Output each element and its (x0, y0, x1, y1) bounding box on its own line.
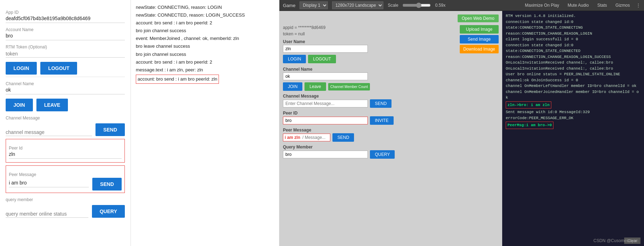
channel-message-input-wrap (6, 129, 92, 136)
console-peer-highlight: PeerMsg:i am bro->0 (506, 122, 553, 129)
game-channel-name-label: Channel Name (283, 67, 395, 72)
channel-message-label: Channel Message (6, 116, 125, 121)
left-panel: App ID deafd5cf067b4b3e8195a9b08c8d6469 … (0, 0, 131, 246)
game-logout-button[interactable]: LOGOUT (308, 55, 336, 63)
console-line-5: client login successfull id = 0 (506, 36, 640, 42)
stats-button[interactable]: Stats (595, 2, 609, 8)
send-image-button[interactable]: Send Image (460, 35, 499, 43)
log-line-5: event: MemberJoined , channel: ok, membe… (136, 35, 274, 42)
mute-audio-button[interactable]: Mute Audio (565, 2, 591, 8)
game-send-channel-button[interactable]: SEND (370, 99, 391, 108)
game-left-fields: appid = ********8d6469 token = null User… (283, 25, 395, 161)
game-view: Open Web Demo appid = ********8d6469 tok… (279, 11, 502, 246)
log-line-1: newState: CONNECTING, reason: LOGIN (136, 4, 274, 11)
login-logout-row: LOGIN LOGOUT (6, 62, 125, 75)
console-line-12: channel:ok OnJoinSuccess id = 0 (506, 77, 640, 83)
scale-value: 0.59x (435, 3, 445, 8)
console-line-8: reason:CONNECTION_CHANGE_REASON_LOGIN_SU… (506, 54, 640, 60)
leave-button[interactable]: LEAVE (36, 99, 68, 111)
game-peer-id-input[interactable] (283, 117, 368, 124)
game-channel-msg-label: Channel Message (283, 94, 395, 99)
console-line-1: RTM version 1.4.8 initialized. (506, 13, 640, 19)
console-zln-highlight: zln->bro: i am zln (506, 101, 551, 109)
game-channel-msg-input[interactable] (283, 100, 368, 107)
game-join-button[interactable]: JOIN (283, 82, 302, 91)
channel-name-label: Channel Name (6, 81, 125, 86)
game-channel-name-input[interactable] (283, 72, 368, 80)
game-peer-id-field: Peer ID INVITE (283, 111, 395, 125)
query-button[interactable]: QUERY (92, 205, 125, 218)
scale-label: Scale (388, 3, 398, 8)
scale-slider[interactable] (402, 2, 431, 8)
send-peer-button[interactable]: SEND (92, 178, 122, 191)
log-line-3: account: bro send : i am bro peerId: 2 (136, 19, 274, 27)
query-member-input[interactable] (6, 210, 88, 218)
game-login-row: LOGIN LOGOUT (283, 55, 395, 63)
game-query-button[interactable]: QUERY (370, 150, 395, 159)
console-line-14: channel OnMemberJoinedHandler member ID=… (506, 89, 640, 101)
game-peer-msg-field: Peer Message i am zln SEND (283, 128, 395, 142)
game-send-peer-button[interactable]: SEND (332, 133, 354, 142)
peer-msg-highlighted-text: i am zln (283, 134, 302, 141)
log-line-9: message.text : i am zln, peer: zln (136, 66, 274, 74)
maximize-on-play-button[interactable]: Maximize On Play (523, 2, 561, 8)
app-id-value: deafd5cf067b4b3e8195a9b08c8d6469 (6, 16, 125, 23)
user-name-input[interactable] (283, 45, 368, 53)
game-console: RTM version 1.4.8 initialized. connectio… (502, 11, 644, 246)
account-name-value: bro (6, 33, 125, 40)
game-join-row: JOIN Leave Channel Member Count (283, 82, 395, 91)
game-invite-button[interactable]: INVITE (370, 116, 394, 125)
display-select[interactable]: Display 1 (300, 1, 328, 9)
game-login-button[interactable]: LOGIN (283, 55, 306, 63)
join-leave-row: JOIN LEAVE (6, 99, 125, 111)
game-view-header: Open Web Demo (283, 14, 499, 22)
console-line-13: channel OnMemberLeftHandler member ID=br… (506, 83, 640, 89)
app-id-label: App ID (6, 10, 125, 15)
console-line-3: state:CONNECTION_STATE_CONNECTING (506, 25, 640, 31)
resolution-select[interactable]: 1280x720 Landscape (332, 1, 383, 9)
console-line-2: connection state changed id:0 (506, 19, 640, 25)
peer-message-label: Peer Message (9, 172, 122, 177)
game-content: Open Web Demo appid = ********8d6469 tok… (279, 11, 644, 246)
game-channel-name-field: Channel Name (283, 67, 395, 80)
query-member-label: query member (6, 197, 125, 202)
console-line-11: User bro online status = PEER_ONLINE_STA… (506, 71, 640, 77)
right-game-panel: Game Display 1 1280x720 Landscape Scale … (279, 0, 644, 246)
game-channel-member-button[interactable]: Channel Member Count (328, 83, 370, 90)
rtm-token-input[interactable] (6, 50, 125, 58)
image-buttons-col: Upload Image Send Image Download Image (460, 25, 499, 53)
game-query-input[interactable] (283, 151, 368, 158)
send-channel-button[interactable]: SEND (95, 123, 125, 136)
join-button[interactable]: JOIN (6, 99, 33, 111)
login-button[interactable]: LOGIN (6, 62, 37, 75)
game-label: Game (283, 3, 295, 8)
open-web-button[interactable]: Open Web Demo (458, 14, 499, 22)
game-peer-msg-label: Peer Message (283, 128, 395, 133)
game-query-field: Query Member QUERY (283, 145, 395, 159)
user-name-label: User Name (283, 39, 395, 44)
query-row: QUERY (6, 205, 125, 218)
channel-name-value: ok (6, 87, 125, 94)
upload-image-button[interactable]: Upload Image (460, 25, 499, 34)
console-line-17: errorCode:PEER_MESSAGE_ERR_OK (506, 115, 640, 121)
game-peer-msg-input[interactable] (302, 134, 330, 141)
peer-message-value: i am bro (9, 180, 89, 187)
appid-text: appid = ********8d6469 (283, 25, 395, 30)
gizmos-button[interactable]: Gizmos (613, 2, 632, 8)
log-line-8: account: bro send : i am bro peerId: 2 (136, 58, 274, 66)
channel-message-input[interactable] (6, 129, 92, 136)
download-image-button[interactable]: Download Image (460, 45, 499, 53)
console-line-7: state:CONNECTION_STATE_CONNECTED (506, 48, 640, 54)
logout-button[interactable]: LOGOUT (40, 62, 77, 75)
console-line-9: OnLocalInvitationReceived channel:, call… (506, 60, 640, 66)
game-toolbar: Game Display 1 1280x720 Landscape Scale … (279, 0, 644, 11)
watermark: CSDN @CusomeLeyen (593, 238, 638, 243)
game-fields: appid = ********8d6469 token = null User… (283, 25, 499, 161)
game-leave-button[interactable]: Leave (304, 82, 326, 91)
log-line-2: newState: CONNECTED, reason: LOGIN_SUCCE… (136, 11, 274, 19)
console-line-6: connection state changed id:0 (506, 42, 640, 48)
log-line-6: bro leave channel success (136, 42, 274, 50)
console-zln-line: zln->bro: i am zln (507, 103, 550, 107)
peer-message-box: Peer Message i am bro SEND (6, 165, 125, 193)
toolbar-menu-icon[interactable]: ⋮ (636, 3, 640, 8)
